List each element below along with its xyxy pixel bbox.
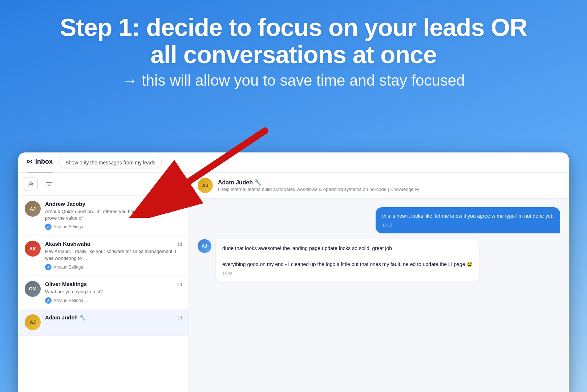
sender-avatar: AJ [198, 239, 211, 253]
inbox-icon: ✉ [27, 158, 32, 166]
contact-bio: I help internal teams build automated wo… [218, 187, 419, 192]
avatar: AK [25, 241, 41, 257]
message-preview: What are you trying to test? [45, 289, 182, 295]
conversation-item[interactable]: OM Oliver Meakings 2d What are you tryin… [18, 276, 189, 309]
inbox-tab[interactable]: ✉ Inbox [27, 152, 53, 172]
list-toolbar [18, 173, 189, 196]
contact-info: Adam Judeh 🔧 I help internal teams build… [218, 179, 419, 192]
header-title: Step 1: decide to focus on your leads OR… [22, 14, 565, 68]
message-content: dude that looks awesome! the landing pag… [216, 239, 479, 282]
messages-area: this is how it looks like, let me know i… [189, 199, 569, 392]
assignee-avatar: A [45, 224, 52, 230]
leads-filter-button[interactable]: Show only the messages from my leads [58, 157, 162, 168]
message-text: this is how it looks like, let me know i… [382, 212, 554, 220]
outgoing-message: this is how it looks like, let me know i… [376, 207, 560, 233]
main-content: AJ Andrew Jacoby 1d Arnaud Quick questio… [18, 173, 569, 392]
header-title-line1: Step 1: decide to focus on your leads OR [60, 13, 527, 41]
assignee-name: Arnaud Belinga... [53, 265, 87, 270]
avatar: AJ [25, 314, 41, 330]
top-bar: ✉ Inbox Show only the messages from my l… [18, 152, 569, 173]
avatar: AJ [25, 201, 41, 217]
conversation-list: AJ Andrew Jacoby 1d Arnaud Quick questio… [18, 173, 189, 392]
svg-point-0 [30, 182, 32, 184]
contact-name: Adam Judeh 🔧 [45, 314, 86, 321]
message-text: dude that looks awesome! the landing pag… [222, 244, 473, 269]
person-filter-button[interactable] [24, 177, 38, 191]
message-time: 2d [177, 315, 182, 320]
conversation-item[interactable]: AJ Andrew Jacoby 1d Arnaud Quick questio… [18, 196, 189, 236]
message-time: 1d [177, 202, 182, 207]
assignee-row: A Arnaud Belinga... [45, 297, 182, 304]
assignee-row: A Arnaud Belinga... [45, 264, 182, 270]
conversation-header: AJ Adam Judeh 🔧 I help internal teams bu… [189, 173, 569, 199]
header-title-line2: all conversations at once [150, 41, 437, 68]
assignee-name: Arnaud Belinga... [53, 298, 87, 303]
message-time: 1d [177, 242, 182, 247]
contact-avatar: AJ [198, 178, 213, 193]
contact-name: Andrew Jacoby [45, 201, 85, 207]
conversation-item[interactable]: AK Akash Kushwaha 1d Hey Arnaud, I reall… [18, 236, 189, 275]
message-preview: Arnaud Quick question...if I offered you… [45, 208, 182, 221]
message-time: 2d [177, 282, 182, 287]
filter-lines-button[interactable] [42, 177, 56, 191]
assignee-name: Arnaud Belinga... [53, 224, 87, 229]
inbox-label: Inbox [35, 158, 53, 166]
header-subtitle: → this will allow you to save time and s… [22, 72, 565, 89]
contact-name: Adam Judeh 🔧 [218, 179, 419, 186]
conversation-view: AJ Adam Judeh 🔧 I help internal teams bu… [189, 173, 569, 392]
contact-name: Akash Kushwaha [45, 241, 90, 247]
app-window: ✉ Inbox Show only the messages from my l… [18, 152, 569, 392]
assignee-row: A Arnaud Belinga... [45, 224, 182, 230]
header-section: Step 1: decide to focus on your leads OR… [0, 0, 587, 100]
message-timestamp: 18:26 [222, 271, 473, 277]
conversation-item[interactable]: AJ Adam Judeh 🔧 2d [18, 309, 189, 336]
incoming-message: AJ dude that looks awesome! the landing … [198, 239, 481, 282]
assignee-avatar: A [45, 297, 52, 304]
avatar: OM [25, 281, 41, 297]
assignee-avatar: A [45, 264, 52, 270]
contact-name: Oliver Meakings [45, 281, 87, 287]
message-timestamp: 18:13 [382, 222, 554, 228]
message-preview: Hey Arnaud, I really like your software … [45, 248, 182, 261]
